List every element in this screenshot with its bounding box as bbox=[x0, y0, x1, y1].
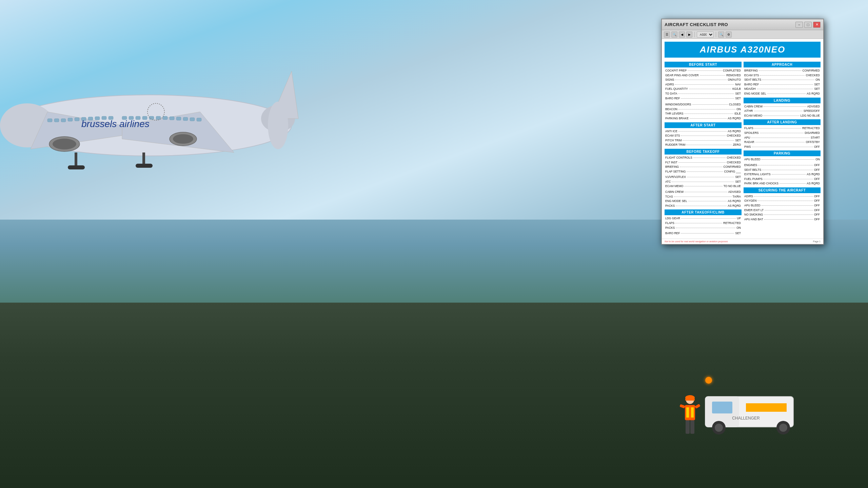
section-securing: SECURING THE AIRCRAFT bbox=[744, 187, 821, 193]
item-mda-dh: MDA/DH SET bbox=[744, 87, 821, 92]
item-windows-doors: WINDOWS/DOORS CLOSED bbox=[665, 102, 742, 107]
section-before-start: BEFORE START bbox=[665, 62, 742, 67]
svg-rect-54 bbox=[691, 407, 694, 418]
item-seat-belts-park: SEAT BELTS OFF bbox=[744, 168, 821, 172]
window-controls: − □ ✕ bbox=[795, 22, 821, 28]
item-pws: PWS OFF bbox=[744, 145, 821, 149]
item-cabin-crew-to: CABIN CREW ADVISED bbox=[665, 190, 742, 195]
svg-rect-31 bbox=[190, 118, 195, 121]
item-flt-inst: FLT INST CHECKED bbox=[665, 160, 742, 165]
tug-vehicle: CHALLENGER bbox=[698, 383, 807, 437]
item-cockpit-prep: COCKPIT PREP COMPLETED bbox=[665, 68, 742, 73]
svg-rect-29 bbox=[176, 117, 181, 120]
svg-point-8 bbox=[53, 139, 76, 149]
item-apu-bleed-sec: APU BLEED OFF bbox=[744, 203, 821, 208]
svg-rect-13 bbox=[61, 119, 66, 122]
item-flight-controls: FLIGHT CONTROLS CHECKED bbox=[665, 156, 742, 160]
maximize-button[interactable]: □ bbox=[804, 22, 812, 28]
item-atc: ATC SET bbox=[665, 180, 742, 184]
item-to-data: TO DATA SET bbox=[665, 92, 742, 96]
item-flap-setting: FLAP SETTING CONFIG ___ bbox=[665, 169, 742, 174]
item-ldg-gear: LDG GEAR UP bbox=[665, 216, 742, 221]
svg-rect-25 bbox=[149, 116, 154, 120]
checklist-footer: Not to be used for real world navigation… bbox=[662, 239, 823, 244]
item-spoilers: SPOILERS DISARMED bbox=[744, 131, 821, 136]
item-baro-ref-climb: BARO REF SET bbox=[665, 231, 742, 236]
item-signs: SIGNS ON/AUTO bbox=[665, 78, 742, 82]
aircraft-title: AIRBUS A320NEO bbox=[665, 42, 821, 58]
svg-rect-12 bbox=[54, 119, 59, 122]
item-cabin-crew-ldg: CABIN CREW ADVISED bbox=[744, 104, 821, 109]
item-parking-brake: PARKING BRAKE AS RQRD bbox=[665, 116, 742, 121]
window-title: AIRCRAFT CHECKLIST PRO bbox=[665, 22, 728, 27]
section-before-takeoff: BEFORE TAKEOFF bbox=[665, 149, 742, 155]
svg-point-4 bbox=[268, 102, 288, 149]
svg-rect-37 bbox=[142, 152, 145, 164]
section-after-landing: AFTER LANDING bbox=[744, 119, 821, 125]
item-radar: RADAR OFF/STBY bbox=[744, 140, 821, 145]
columns-wrapper: BEFORE START COCKPIT PREP COMPLETED GEAR… bbox=[665, 60, 821, 236]
item-ecam-memo-to: ECAM MEMO TO NO BLUE bbox=[665, 184, 742, 189]
page-number: Page 1 bbox=[813, 240, 821, 243]
item-ecam-sts-1: ECAM STS CHECKED bbox=[665, 134, 742, 138]
svg-rect-55 bbox=[679, 404, 685, 409]
item-a-thr: A/THR SPEED/OFF bbox=[744, 109, 821, 114]
back-button[interactable]: ◀ bbox=[679, 32, 685, 38]
checklist-window: AIRCRAFT CHECKLIST PRO − □ ✕ ☰ 🔍 ◀ ▶ A32… bbox=[661, 19, 824, 245]
svg-rect-38 bbox=[136, 164, 153, 168]
item-rudder-trim: RUDDER TRIM ZERO bbox=[665, 143, 742, 147]
item-eng-mode-sel-to: ENG MODE SEL AS RQRD bbox=[665, 199, 742, 204]
item-anti-ice: ANTI ICE AS RQRD bbox=[665, 129, 742, 134]
settings-button[interactable]: ⚙ bbox=[726, 32, 732, 38]
item-fuel-pumps: FUEL PUMPS OFF bbox=[744, 177, 821, 182]
close-button[interactable]: ✕ bbox=[813, 22, 821, 28]
worker-figure bbox=[678, 393, 702, 437]
item-thr-levers: THR LEVERS IDLE bbox=[665, 111, 742, 116]
left-column: BEFORE START COCKPIT PREP COMPLETED GEAR… bbox=[665, 60, 742, 236]
item-baro-ref-app: BARO REF SET bbox=[744, 82, 821, 87]
item-fuel-qty: FUEL QUANTITY KG/LB bbox=[665, 87, 742, 92]
item-briefing-app: BRIEFING CONFIRMED bbox=[744, 68, 821, 73]
item-beacon: BEACON ON bbox=[665, 107, 742, 112]
item-flaps-al: FLAPS RETRACTED bbox=[744, 126, 821, 131]
svg-rect-35 bbox=[75, 152, 77, 166]
svg-rect-15 bbox=[75, 118, 79, 121]
item-oxygen: OXYGEN OFF bbox=[744, 199, 821, 203]
forward-button[interactable]: ▶ bbox=[686, 32, 692, 38]
item-ecam-memo-ldg: ECAM MEMO LDG NO BLUE bbox=[744, 114, 821, 118]
svg-rect-57 bbox=[686, 420, 690, 434]
section-after-start: AFTER START bbox=[665, 122, 742, 128]
minimize-button[interactable]: − bbox=[795, 22, 803, 28]
aircraft-selector[interactable]: A320 A321 B737 bbox=[697, 32, 714, 38]
section-after-takeoff: AFTER TAKEOFF/CLIMB bbox=[665, 209, 742, 215]
section-landing: LANDING bbox=[744, 98, 821, 103]
item-apu-bleed-park: APU BLEED ON bbox=[744, 157, 821, 162]
toolbar-separator-2 bbox=[716, 32, 716, 37]
svg-rect-41 bbox=[712, 402, 732, 413]
zoom-button[interactable]: 🔍 bbox=[718, 32, 724, 38]
item-engines-park: ENGINES OFF bbox=[744, 163, 821, 168]
item-adirs: ADIRS NAV bbox=[665, 82, 742, 87]
item-seat-belts-app: SEAT BELTS ON bbox=[744, 78, 821, 82]
svg-rect-42 bbox=[746, 403, 787, 412]
svg-rect-11 bbox=[47, 119, 52, 122]
svg-rect-36 bbox=[68, 165, 85, 169]
item-tcas: TCAS TA/RA bbox=[665, 195, 742, 199]
svg-rect-50 bbox=[685, 399, 695, 401]
item-packs-to: PACKS AS RQRD bbox=[665, 204, 742, 208]
item-v-speeds: V1/VR/V2/FLEX SET bbox=[665, 175, 742, 180]
item-ext-lights: EXTERNAL LIGHTS AS RQRD bbox=[744, 172, 821, 177]
svg-rect-14 bbox=[68, 118, 73, 121]
menu-button[interactable]: ☰ bbox=[664, 32, 670, 38]
item-apu-bat: APU AND BAT OFF bbox=[744, 217, 821, 222]
item-adirs-sec: ADIRS OFF bbox=[744, 194, 821, 199]
right-column: APPROACH BRIEFING CONFIRMED ECAM STS CHE… bbox=[744, 60, 821, 236]
svg-point-44 bbox=[715, 424, 723, 432]
item-gear-pins: GEAR PINS AND COVER REMOVED bbox=[665, 73, 742, 78]
toolbar: ☰ 🔍 ◀ ▶ A320 A321 B737 🔍 ⚙ bbox=[662, 30, 823, 39]
svg-point-46 bbox=[779, 424, 787, 432]
disclaimer-text: Not to be used for real world navigation… bbox=[665, 240, 728, 243]
checklist-content: AIRBUS A320NEO BEFORE START COCKPIT PREP… bbox=[662, 39, 823, 239]
aircraft-svg: brussels airlines bbox=[0, 44, 319, 207]
search-button[interactable]: 🔍 bbox=[671, 32, 677, 38]
